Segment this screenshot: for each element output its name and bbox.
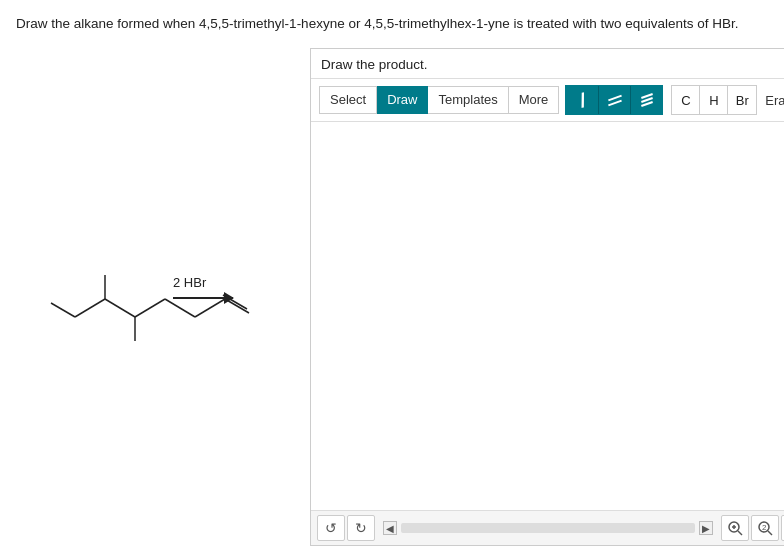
reagent-label: 2 HBr — [173, 275, 206, 290]
bottom-bar: ↺ ↻ ◀ ▶ — [311, 510, 784, 545]
atom-tools: C H Br — [671, 85, 757, 115]
more-button[interactable]: More — [509, 86, 560, 114]
zoom-in-icon — [727, 520, 743, 536]
svg-line-4 — [135, 299, 165, 317]
problem-text: Draw the alkane formed when 4,5,5-trimet… — [0, 0, 784, 44]
triple-bond-button[interactable] — [630, 86, 662, 114]
svg-line-6 — [165, 299, 195, 317]
svg-line-11 — [738, 531, 742, 535]
triple-bond-icon — [641, 95, 653, 105]
molecule-panel: 2 HBr — [0, 44, 310, 550]
draw-button[interactable]: Draw — [377, 86, 428, 114]
erase-button[interactable]: Erase — [757, 89, 784, 112]
zoom-in-button[interactable] — [721, 515, 749, 541]
toolbar: Select Draw Templates More / — [311, 79, 784, 122]
scroll-track[interactable] — [401, 523, 695, 533]
undo-redo-group: ↺ ↻ — [317, 515, 375, 541]
zoom-controls: 2 — [721, 515, 784, 541]
double-bond-button[interactable] — [598, 86, 630, 114]
single-bond-button[interactable]: / — [566, 86, 598, 114]
zoom-reset-button[interactable]: 2 — [751, 515, 779, 541]
redo-button[interactable]: ↻ — [347, 515, 375, 541]
atom-h-button[interactable]: H — [700, 86, 728, 114]
svg-line-15 — [768, 531, 772, 535]
draw-header: Draw the product. — [311, 49, 784, 79]
scroll-left-arrow[interactable]: ◀ — [383, 521, 397, 535]
molecule-svg — [25, 217, 265, 397]
undo-button[interactable]: ↺ — [317, 515, 345, 541]
svg-line-3 — [51, 303, 75, 317]
svg-line-1 — [105, 299, 135, 317]
draw-panel: Draw the product. Select Draw Templates … — [310, 48, 784, 546]
zoom-reset-icon: 2 — [757, 520, 773, 536]
atom-br-button[interactable]: Br — [728, 86, 756, 114]
molecule-diagram: 2 HBr — [25, 217, 285, 377]
templates-button[interactable]: Templates — [428, 86, 508, 114]
svg-text:2: 2 — [762, 523, 767, 532]
reaction-arrow — [173, 297, 233, 299]
horizontal-scrollbar[interactable]: ◀ ▶ — [383, 521, 713, 535]
bond-tools: / — [565, 85, 663, 115]
canvas-area[interactable] — [311, 122, 784, 510]
scroll-right-arrow[interactable]: ▶ — [699, 521, 713, 535]
svg-line-0 — [75, 299, 105, 317]
svg-line-7 — [195, 299, 225, 317]
atom-c-button[interactable]: C — [672, 86, 700, 114]
double-bond-icon — [608, 97, 622, 104]
select-button[interactable]: Select — [319, 86, 377, 114]
